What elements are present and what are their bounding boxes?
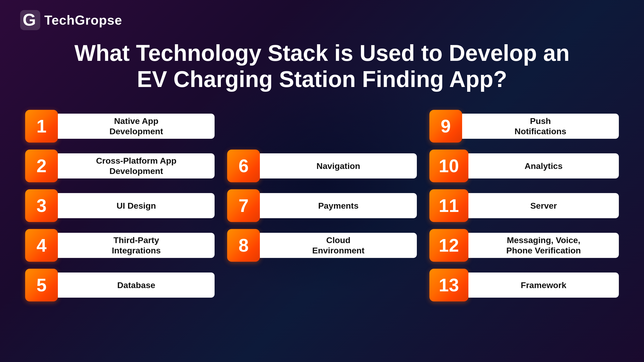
label-8: Cloud Environment [260, 233, 417, 258]
label-3: UI Design [58, 193, 215, 218]
item-10: 10 Analytics [429, 150, 619, 182]
label-9: Push Notifications [462, 114, 619, 139]
label-1: Native App Development [58, 114, 215, 139]
title-line1: What Technology Stack is Used to Develop… [20, 40, 624, 66]
techgropse-logo-icon: G [20, 10, 40, 30]
item-6: 6 Navigation [227, 150, 417, 182]
item-4: 4 Third-Party Integrations [25, 229, 215, 262]
header: G TechGropse [20, 10, 624, 30]
title-line2: EV Charging Station Finding App? [20, 66, 624, 93]
label-11: Server [468, 193, 619, 218]
badge-10: 10 [429, 150, 468, 182]
item-5: 5 Database [25, 269, 215, 301]
label-4: Third-Party Integrations [58, 233, 215, 258]
item-9: 9 Push Notifications [429, 110, 619, 143]
main-title: What Technology Stack is Used to Develop… [20, 40, 624, 92]
item-8: 8 Cloud Environment [227, 229, 417, 262]
badge-3: 3 [25, 189, 58, 222]
content-grid: 1 Native App Development 2 Cross-Platfor… [20, 110, 624, 301]
page-container: G TechGropse What Technology Stack is Us… [0, 0, 644, 362]
badge-5: 5 [25, 269, 58, 301]
badge-2: 2 [25, 150, 58, 182]
item-12: 12 Messaging, Voice, Phone Verification [429, 229, 619, 262]
badge-11: 11 [429, 189, 468, 222]
left-column: 1 Native App Development 2 Cross-Platfor… [25, 110, 215, 301]
item-7: 7 Payments [227, 189, 417, 222]
title-section: What Technology Stack is Used to Develop… [20, 40, 624, 92]
item-1: 1 Native App Development [25, 110, 215, 143]
item-13: 13 Framework [429, 269, 619, 301]
item-11: 11 Server [429, 189, 619, 222]
center-column: 6 Navigation 7 Payments 8 Cloud Environm… [227, 110, 417, 301]
badge-12: 12 [429, 229, 468, 262]
badge-6: 6 [227, 150, 260, 182]
label-10: Analytics [468, 153, 619, 178]
label-7: Payments [260, 193, 417, 218]
label-6: Navigation [260, 153, 417, 178]
logo-text: TechGropse [44, 13, 122, 28]
badge-8: 8 [227, 229, 260, 262]
badge-9: 9 [429, 110, 462, 143]
badge-7: 7 [227, 189, 260, 222]
item-3: 3 UI Design [25, 189, 215, 222]
right-column: 9 Push Notifications 10 Analytics 11 Ser… [429, 110, 619, 301]
svg-text:G: G [23, 10, 36, 29]
badge-1: 1 [25, 110, 58, 143]
label-5: Database [58, 273, 215, 298]
badge-13: 13 [429, 269, 468, 301]
label-12: Messaging, Voice, Phone Verification [468, 233, 619, 258]
label-13: Framework [468, 273, 619, 298]
badge-4: 4 [25, 229, 58, 262]
label-2: Cross-Platform App Development [58, 153, 215, 178]
item-2: 2 Cross-Platform App Development [25, 150, 215, 182]
